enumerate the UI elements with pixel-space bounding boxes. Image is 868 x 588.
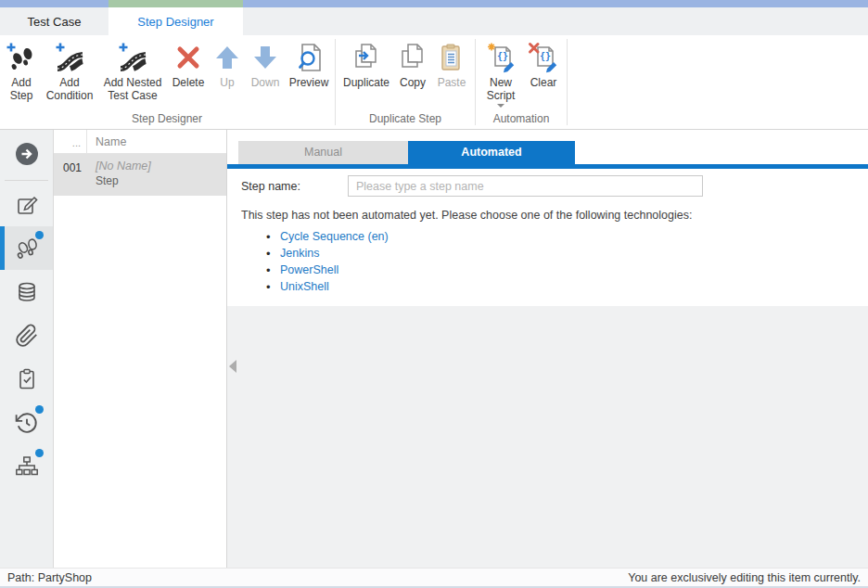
technology-list: Cycle Sequence (en) Jenkins PowerShell U… <box>227 230 868 293</box>
database-icon <box>15 280 39 304</box>
clear-script-button[interactable]: {} Clear <box>523 35 564 110</box>
copy-button[interactable]: Copy <box>394 35 431 110</box>
active-tab-highlight-strip <box>108 0 243 7</box>
history-icon <box>15 411 39 435</box>
step-name-input[interactable] <box>348 175 703 197</box>
new-script-icon: {} <box>485 42 517 73</box>
ribbon-separator <box>335 39 336 125</box>
sidebar-item-attachments[interactable] <box>0 313 53 357</box>
automation-message: This step has not been automated yet. Pl… <box>227 209 868 222</box>
column-header-number[interactable]: ... <box>54 130 87 153</box>
technology-list-item: Cycle Sequence (en) <box>266 230 868 243</box>
sidebar-divider <box>5 180 48 181</box>
status-bar: Path: PartyShop You are exclusively edit… <box>0 568 868 588</box>
duplicate-label: Duplicate <box>343 76 389 89</box>
sidebar-item-edit[interactable] <box>0 183 53 226</box>
step-detail-panel: Manual Automated Step name: This step ha… <box>227 130 868 568</box>
application-window: Test Case Step Designer <box>0 0 868 588</box>
clear-script-label: Clear <box>530 76 557 89</box>
clipboard-check-icon <box>15 367 39 391</box>
ribbon-group-automation: {} New Script <box>477 35 566 129</box>
clear-script-icon: {} <box>528 42 559 73</box>
panel-background <box>227 306 868 568</box>
duplicate-button[interactable]: Duplicate <box>338 35 394 110</box>
window-top-strip <box>0 0 868 7</box>
preview-button[interactable]: Preview <box>286 35 332 110</box>
ribbon-group-label-step-designer: Step Designer <box>2 110 332 129</box>
ribbon-group-step-designer: Add Step Add Condition <box>0 35 334 129</box>
new-script-dropdown-caret[interactable] <box>497 104 504 108</box>
delete-label: Delete <box>172 76 205 89</box>
sidebar-item-test-data[interactable] <box>0 270 53 313</box>
add-nested-test-case-button[interactable]: Add Nested Test Case <box>98 35 167 110</box>
preview-label: Preview <box>289 76 329 89</box>
add-nested-test-case-label: Add Nested Test Case <box>98 76 167 103</box>
sidebar-item-hierarchy[interactable] <box>0 444 53 488</box>
step-name-label: Step name: <box>241 180 348 193</box>
sidebar-item-steps[interactable] <box>0 226 53 270</box>
add-nested-test-case-icon <box>117 42 148 73</box>
sidebar-item-history[interactable] <box>0 401 53 444</box>
tab-manual[interactable]: Manual <box>238 141 408 164</box>
svg-text:{}: {} <box>497 51 508 61</box>
down-label: Down <box>251 76 280 89</box>
new-script-label: New Script <box>479 76 523 103</box>
add-condition-icon <box>54 42 85 73</box>
paste-button: Paste <box>431 35 472 110</box>
technology-link-powershell[interactable]: PowerShell <box>280 263 338 276</box>
ribbon-group-duplicate-step: Duplicate Copy <box>337 35 474 129</box>
history-badge-dot <box>35 405 44 414</box>
collapse-panel-handle[interactable] <box>229 360 236 377</box>
tab-step-designer[interactable]: Step Designer <box>108 7 243 35</box>
paperclip-icon <box>15 324 39 348</box>
step-list-panel: ... Name 001 [No Name] Step <box>54 130 227 568</box>
window-tab-bar: Test Case Step Designer <box>0 7 868 35</box>
add-step-icon <box>6 42 37 73</box>
delete-icon <box>172 42 204 73</box>
ribbon-group-label-duplicate-step: Duplicate Step <box>338 110 472 129</box>
delete-button[interactable]: Delete <box>167 35 210 110</box>
add-step-label: Add Step <box>2 76 41 103</box>
up-arrow-icon <box>211 42 243 73</box>
down-arrow-icon <box>249 42 281 73</box>
hierarchy-icon <box>15 454 39 479</box>
detail-tab-bar: Manual Automated <box>227 130 868 164</box>
status-editing-notice: You are exclusively editing this item cu… <box>628 571 861 584</box>
add-condition-label: Add Condition <box>41 76 98 103</box>
automated-tab-content: Step name: This step has not been automa… <box>227 169 868 306</box>
sidebar-item-navigate[interactable] <box>0 130 53 178</box>
ribbon-toolbar: Add Step Add Condition <box>0 35 868 130</box>
collapse-left-icon <box>229 360 236 373</box>
step-type-text: Step <box>96 174 226 187</box>
tab-automated[interactable]: Automated <box>408 141 575 164</box>
footprints-icon <box>14 236 40 262</box>
step-name-placeholder-text: [No Name] <box>96 160 226 173</box>
tab-test-case[interactable]: Test Case <box>0 7 108 35</box>
sidebar-item-checklist[interactable] <box>0 357 53 401</box>
paste-icon <box>436 42 467 73</box>
column-header-name[interactable]: Name <box>87 130 226 153</box>
new-script-button[interactable]: {} New Script <box>479 35 523 110</box>
ribbon-separator <box>567 39 568 125</box>
steps-badge-dot <box>35 231 44 239</box>
add-step-button[interactable]: Add Step <box>2 35 41 110</box>
left-sidebar <box>0 130 54 568</box>
edit-icon <box>15 193 39 217</box>
step-list-row[interactable]: 001 [No Name] Step <box>54 154 226 196</box>
copy-icon <box>397 42 428 73</box>
technology-list-item: Jenkins <box>266 247 868 260</box>
circle-arrow-icon <box>14 141 40 167</box>
move-down-button: Down <box>245 35 286 110</box>
ribbon-group-label-automation: Automation <box>479 110 564 129</box>
technology-link-jenkins[interactable]: Jenkins <box>280 247 319 260</box>
svg-text:{}: {} <box>540 51 551 61</box>
preview-icon <box>293 42 325 73</box>
technology-link-cycle-sequence[interactable]: Cycle Sequence (en) <box>280 230 389 243</box>
step-list-header: ... Name <box>54 130 226 154</box>
ribbon-separator <box>475 39 476 125</box>
technology-link-unixshell[interactable]: UnixShell <box>280 280 329 293</box>
paste-label: Paste <box>438 76 466 89</box>
add-condition-button[interactable]: Add Condition <box>41 35 98 110</box>
move-up-button: Up <box>210 35 245 110</box>
copy-label: Copy <box>400 76 426 89</box>
